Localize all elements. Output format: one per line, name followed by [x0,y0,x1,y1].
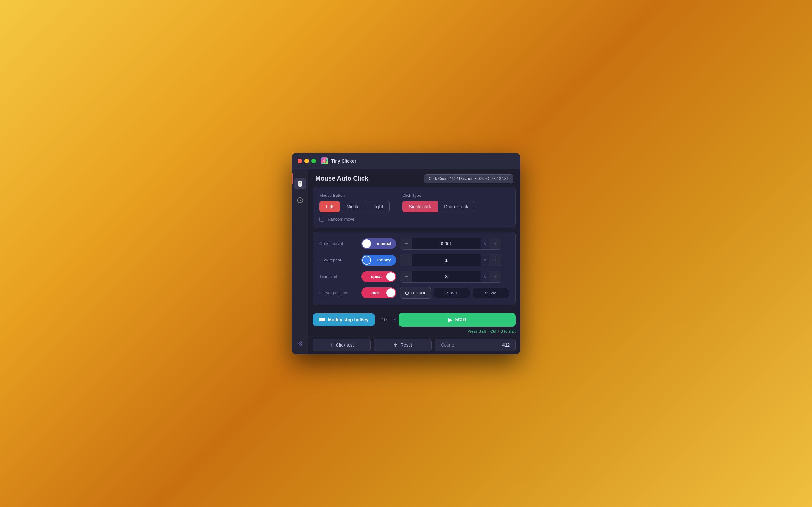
location-button[interactable]: ⊕ Location [400,287,431,299]
cursor-x: X: 631 [434,288,470,298]
click-repeat-toggle[interactable]: infinity [361,255,396,266]
click-interval-row: Click interval manual − s + [319,238,509,250]
time-limit-unit: s [480,271,490,282]
time-limit-label: Time limit [319,274,357,279]
time-limit-toggle-label: repeat [361,274,386,279]
start-button[interactable]: ▶ Start [399,313,516,327]
click-repeat-label: Click repeat [319,258,357,262]
start-label: Start [455,317,466,323]
time-limit-switch [386,272,395,281]
time-limit-toggle[interactable]: repeat [361,271,396,282]
click-type-double[interactable]: Double click [438,201,474,212]
cursor-position-label: Cursor position [319,291,357,295]
close-button[interactable] [298,159,302,163]
time-limit-plus[interactable]: + [489,271,501,282]
click-interval-toggle[interactable]: manual [361,238,396,249]
app-title: Tiny Clicker [331,158,356,164]
app-window: 🎯 Tiny Clicker 🖱️ Mouse Auto Click Click… [292,153,520,354]
mouse-btn-left[interactable]: Left [319,201,340,212]
click-repeat-value[interactable] [412,258,480,263]
click-test-label: Click test [336,343,354,348]
random-move-label: Random move [328,217,355,222]
random-move-row: Random move [319,217,509,222]
click-type-group: Click Type Single click Double click [402,193,475,212]
click-interval-value[interactable] [412,241,480,246]
click-interval-control: − s + [400,238,502,250]
sidebar-item-history[interactable] [294,194,306,206]
click-interval-unit: s [480,238,490,249]
mouse-button-buttons: Left Middle Right [319,201,390,212]
mouse-button-group: Mouse Button Left Middle Right [319,193,390,212]
minimize-button[interactable] [305,159,309,163]
random-move-checkbox[interactable] [319,217,324,222]
footer-actions: ⌨ Modify stop hotkey f10 ? ▶ Start [308,308,520,329]
click-repeat-control: − x + [400,254,502,266]
page-title: Mouse Auto Click [315,175,368,182]
cursor-position-row: Cursor position pick ⊕ Location X: 631 Y… [319,287,509,299]
reset-button[interactable]: 🗑 Reset [374,339,432,351]
click-type-buttons: Single click Double click [402,201,475,212]
titlebar: 🎯 Tiny Clicker [292,153,520,169]
click-repeat-switch [362,256,371,265]
time-limit-control: − s + [400,271,502,283]
modify-hotkey-button[interactable]: ⌨ Modify stop hotkey [313,314,375,326]
click-repeat-row: Click repeat infinity − x + [319,254,509,266]
content-header: Mouse Auto Click Click Count:412 / Durat… [308,169,520,187]
cursor-position-switch [386,288,395,297]
reset-label: Reset [401,343,412,348]
shortcut-hint: Press Shift + Ctrl + S to start [308,329,520,336]
keyboard-icon: ⌨ [319,317,325,322]
time-limit-minus[interactable]: − [400,271,412,282]
click-repeat-minus[interactable]: − [400,255,412,266]
main-layout: 🖱️ Mouse Auto Click Click Count:412 / Du… [292,169,520,354]
click-repeat-toggle-label: infinity [372,258,396,262]
hotkey-display: f10 [378,317,389,322]
count-display: Count: 412 [435,339,516,351]
cursor-location-group: ⊕ Location X: 631 Y: -269 [400,287,509,299]
sidebar: 🖱️ [292,169,308,354]
help-icon[interactable]: ? [392,317,396,323]
app-icon: 🎯 [321,158,328,164]
location-icon: ⊕ [405,290,409,296]
click-type-single[interactable]: Single click [402,201,438,212]
click-repeat-unit: x [480,255,490,266]
click-type-label: Click Type [402,193,475,198]
click-interval-plus[interactable]: + [489,238,501,249]
count-value: 412 [502,343,510,348]
button-type-card: Mouse Button Left Middle Right Click Typ… [313,187,516,228]
cursor-position-toggle-label: pick [361,291,386,295]
cursor-position-toggle[interactable]: pick [361,287,396,298]
trash-icon: 🗑 [394,343,398,348]
click-interval-label: Click interval [319,241,357,246]
click-interval-switch [362,239,371,248]
time-limit-row: Time limit repeat − s + [319,271,509,283]
cursor-y: Y: -269 [473,288,509,298]
settings-icon[interactable]: ⚙ [295,338,306,349]
click-repeat-plus[interactable]: + [489,255,501,266]
play-icon: ▶ [448,317,452,323]
click-interval-minus[interactable]: − [400,238,412,249]
stats-badge: Click Count:412 / Duration:3.00s ≈ CPS:1… [424,174,513,183]
cursor-icon: ✳ [329,343,334,348]
location-label: Location [411,291,426,295]
two-groups: Mouse Button Left Middle Right Click Typ… [319,193,509,212]
mouse-btn-right[interactable]: Right [366,201,390,212]
click-interval-toggle-label: manual [372,241,396,246]
count-label: Count: [441,343,454,348]
settings-card: Click interval manual − s + Click repeat [313,232,516,305]
sidebar-item-mouse[interactable]: 🖱️ [294,178,306,189]
mouse-btn-middle[interactable]: Middle [340,201,366,212]
maximize-button[interactable] [311,159,316,163]
time-limit-value[interactable] [412,274,480,279]
modify-hotkey-label: Modify stop hotkey [328,317,368,322]
mouse-button-label: Mouse Button [319,193,390,198]
click-test-button[interactable]: ✳ Click test [313,339,371,351]
bottom-bar: ✳ Click test 🗑 Reset Count: 412 [308,336,520,354]
traffic-lights [298,159,316,163]
content-area: Mouse Auto Click Click Count:412 / Durat… [308,169,520,354]
